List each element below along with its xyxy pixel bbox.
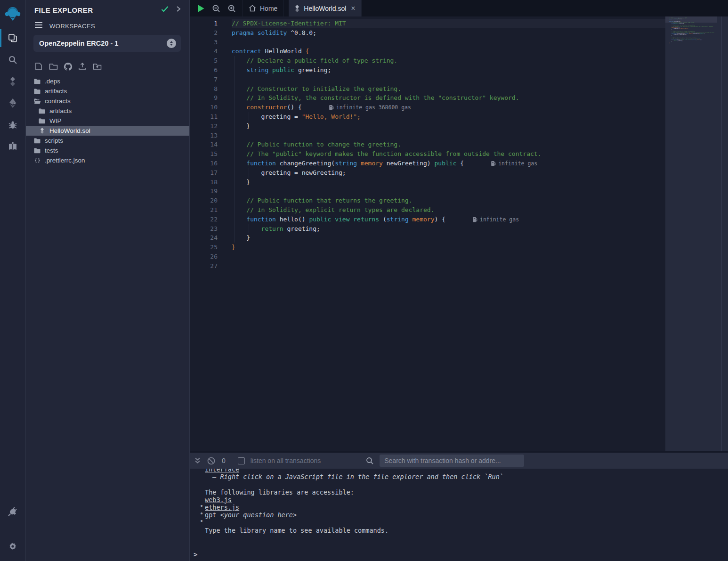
line-number: 1 [190,19,231,28]
file-row-tests[interactable]: tests [26,146,189,155]
code-line: // The "public" keyword makes the functi… [232,149,665,159]
line-number: 9 [190,93,231,103]
tab-home[interactable]: Home [243,0,283,16]
code-line: } [232,122,665,131]
settings-gear-icon[interactable] [0,536,26,557]
workspace-sort-icon[interactable] [167,39,176,48]
new-folder-icon[interactable] [48,61,58,72]
file-row--prettierrc-json[interactable]: .prettierrc.json [26,155,189,165]
line-number: 7 [190,75,231,84]
hamburger-menu-icon[interactable] [34,22,43,30]
solidity-file-icon [294,5,300,12]
close-tab-icon[interactable]: × [351,5,355,12]
deploy-and-run-icon[interactable] [0,92,26,114]
line-number: 19 [190,187,231,196]
activity-bar [0,0,26,561]
main-area: Home HelloWorld.sol × 123456789101112131… [190,0,728,561]
folder-icon [33,79,41,84]
file-row-scripts[interactable]: scripts [26,136,189,146]
run-script-icon[interactable] [197,4,205,13]
plugin-manager-icon[interactable] [0,501,26,522]
terminal-line: – Right click on a JavaScript file in th… [205,473,728,480]
file-explorer-icon[interactable] [0,27,26,49]
code-line: // Public function to change the greetin… [232,140,665,149]
code-line: return greeting; [232,224,665,234]
file-name: scripts [45,137,63,144]
terminal: 0 listen on all transactions interface –… [190,451,728,561]
line-number: 26 [190,252,231,261]
terminal-search-icon [366,457,374,465]
editor-row: 1234567891011121314151617181920212223242… [190,16,728,451]
line-number: 20 [190,196,231,205]
code-line: pragma solidity ^0.8.0; [232,28,665,38]
line-number: 21 [190,205,231,215]
listen-transactions-checkbox[interactable] [238,457,245,464]
terminal-prompt[interactable]: > [194,551,197,558]
folder-open-icon [33,98,41,104]
folder-icon [33,148,41,154]
github-icon[interactable] [63,61,73,72]
file-row-artifacts[interactable]: artifacts [26,86,189,96]
line-number: 18 [190,178,231,187]
code-line [232,131,665,140]
file-name: .deps [45,78,60,85]
chevron-right-icon[interactable] [176,6,181,14]
file-name: contracts [45,98,71,105]
file-row--deps[interactable]: .deps [26,76,189,86]
zoom-out-icon[interactable] [212,4,220,13]
line-number: 12 [190,122,231,131]
file-row-artifacts[interactable]: artifacts [26,106,189,116]
new-file-icon[interactable] [33,61,44,72]
expand-terminal-icon[interactable] [194,457,201,464]
code-line: constructor() {infinite gas 368600 gas [232,103,665,112]
code-line [232,187,665,196]
tab-label: HelloWorld.sol [304,5,346,12]
line-number: 15 [190,149,231,159]
zoom-in-icon[interactable] [227,4,236,13]
terminal-output: interface – Right click on a JavaScript … [190,469,728,561]
transaction-count-badge: 0 [222,457,226,464]
solidity-compiler-icon[interactable] [0,71,26,92]
code-line: // In Solidity, explicit return types ar… [232,205,665,215]
clear-console-icon[interactable] [207,457,215,465]
file-name: tests [45,147,58,154]
line-number: 23 [190,224,231,234]
learneth-icon[interactable] [0,136,26,157]
file-row-wip[interactable]: WIP [26,116,189,126]
search-icon[interactable] [0,49,26,71]
file-tree: .depsartifactscontractsartifactsWIPHello… [26,76,189,165]
code-line: // Public function that returns the gree… [232,196,665,205]
file-row-contracts[interactable]: contracts [26,96,189,106]
terminal-link[interactable]: interface [205,469,239,473]
workspace-select[interactable]: OpenZeppelin ERC20 - 1 [33,35,181,52]
line-number: 2 [190,28,231,38]
file-name: artifacts [45,88,67,95]
gas-estimate-hint: infinite gas [491,160,537,167]
check-icon[interactable] [161,6,169,14]
file-row-helloworld-sol[interactable]: HelloWorld.sol [26,126,189,136]
panel-title: FILE EXPLORER [34,6,161,14]
debugger-icon[interactable] [0,114,26,136]
terminal-line: web3.js [205,496,728,504]
line-number: 14 [190,140,231,149]
line-number: 24 [190,233,231,243]
minimap-viewport[interactable] [665,16,717,23]
terminal-link-ethers-js[interactable]: ethers.js [205,504,239,511]
line-number: 4 [190,47,231,56]
folder-icon [38,118,46,124]
terminal-search-input[interactable] [380,455,524,467]
code-line: } [232,178,665,187]
code-line [232,252,665,261]
upload-folder-icon[interactable] [92,61,102,72]
upload-file-icon[interactable] [77,61,88,72]
terminal-link-web3-js[interactable]: web3.js [205,496,232,504]
terminal-line: Type the library name to see available c… [205,527,728,534]
remix-logo-icon[interactable] [0,0,26,27]
code-line [232,75,665,84]
file-name: WIP [49,117,62,124]
tab-helloworld-sol[interactable]: HelloWorld.sol × [289,0,361,16]
code-line: function hello() public view returns (st… [232,215,665,224]
file-explorer-panel: FILE EXPLORER WORKSPACES OpenZeppelin ER… [26,0,190,561]
line-number: 8 [190,84,231,94]
code-editor[interactable]: 1234567891011121314151617181920212223242… [190,16,665,451]
